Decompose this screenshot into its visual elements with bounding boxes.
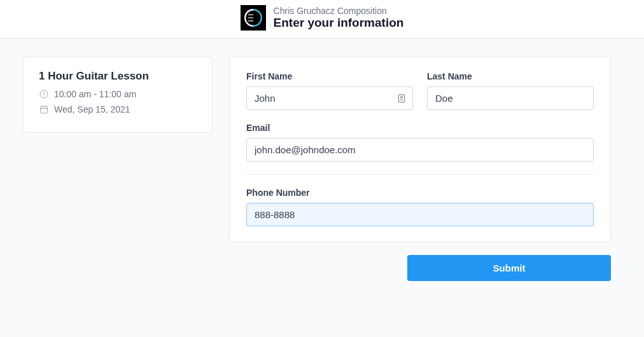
appointment-date-row: Wed, Sep 15, 2021 [39, 104, 197, 114]
submit-button[interactable]: Submit [407, 255, 611, 281]
info-form-card: First Name Last Name Em [229, 57, 611, 242]
phone-label: Phone Number [246, 188, 594, 198]
name-row: First Name Last Name [246, 71, 594, 110]
header-text: Chris Gruchacz Composition Enter your in… [274, 6, 404, 30]
main-content: 1 Hour Guitar Lesson 10:00 am - 11:00 am… [0, 39, 644, 337]
last-name-input[interactable] [427, 86, 594, 110]
appointment-time-row: 10:00 am - 11:00 am [39, 89, 197, 99]
form-divider [246, 174, 594, 175]
clock-icon [39, 89, 49, 99]
first-name-label: First Name [246, 71, 413, 81]
page-header: Chris Gruchacz Composition Enter your in… [0, 0, 644, 39]
appointment-date: Wed, Sep 15, 2021 [54, 104, 130, 114]
appointment-time: 10:00 am - 11:00 am [54, 89, 136, 99]
email-group: Email [246, 123, 594, 162]
last-name-label: Last Name [427, 71, 594, 81]
last-name-group: Last Name [427, 71, 594, 110]
phone-input[interactable] [246, 203, 594, 226]
brand-logo [241, 5, 266, 31]
email-label: Email [246, 123, 594, 133]
first-name-group: First Name [246, 71, 413, 110]
svg-rect-4 [41, 106, 48, 113]
first-name-input[interactable] [246, 86, 413, 110]
brand-name: Chris Gruchacz Composition [274, 6, 404, 16]
phone-group: Phone Number [246, 188, 594, 226]
appointment-summary-card: 1 Hour Guitar Lesson 10:00 am - 11:00 am… [23, 57, 213, 133]
form-column: First Name Last Name Em [229, 57, 611, 281]
email-input[interactable] [246, 138, 594, 162]
page-title: Enter your information [274, 16, 404, 30]
appointment-title: 1 Hour Guitar Lesson [39, 70, 197, 83]
calendar-icon [39, 104, 49, 114]
submit-row: Submit [229, 255, 611, 281]
